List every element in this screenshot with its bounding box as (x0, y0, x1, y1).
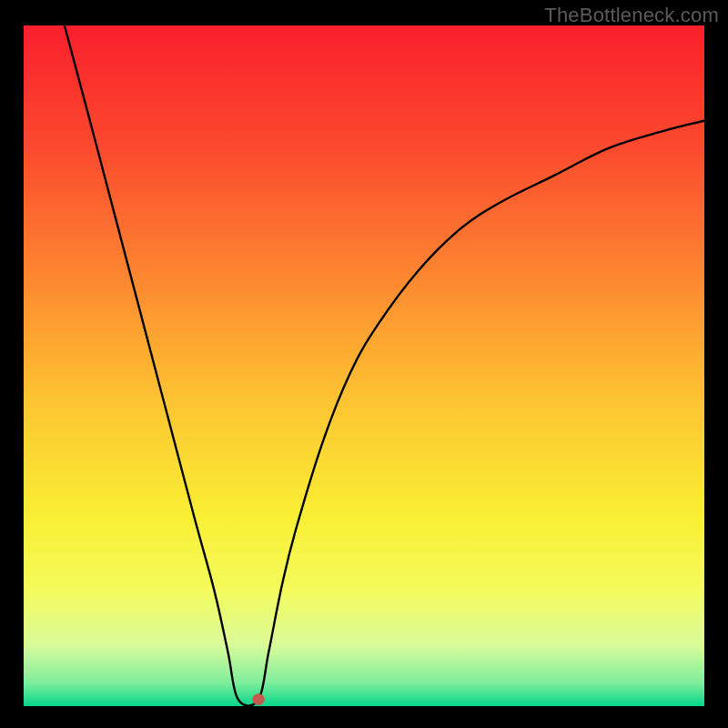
attribution-watermark: TheBottleneck.com (544, 4, 719, 27)
chart-frame: TheBottleneck.com (0, 0, 728, 728)
chart-svg (24, 25, 704, 706)
optimal-point-marker (252, 693, 264, 705)
gradient-backdrop (24, 25, 704, 706)
plot-area (24, 25, 704, 706)
